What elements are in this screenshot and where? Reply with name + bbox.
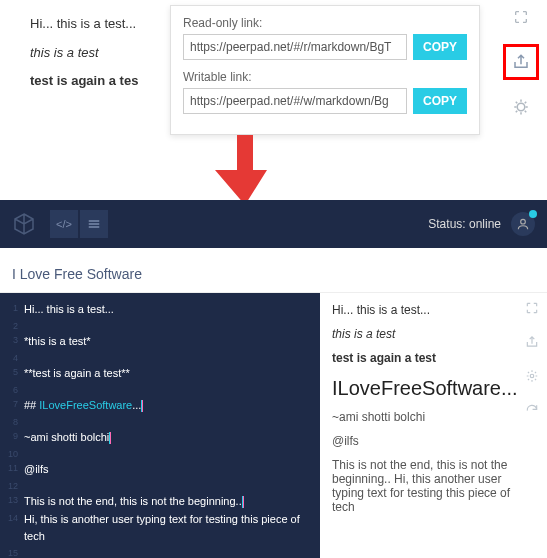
rendered-line: ~ami shotti bolchi — [332, 410, 535, 424]
status-text: Status: online — [428, 217, 501, 231]
copy-writable-button[interactable]: COPY — [413, 88, 467, 114]
writable-link-label: Writable link: — [183, 70, 467, 84]
editor-line[interactable]: 13This is not the end, this is not the b… — [0, 493, 320, 511]
rendered-heading: ILoveFreeSoftware... — [332, 377, 535, 400]
editor-line[interactable]: 7## ILoveFreeSoftware... — [0, 397, 320, 415]
editor-line[interactable]: 12 — [0, 479, 320, 493]
fullscreen-icon[interactable] — [512, 8, 530, 26]
document-title-bar: I Love Free Software — [0, 248, 547, 293]
editor-line[interactable]: 11@ilfs — [0, 461, 320, 479]
svg-point-0 — [517, 103, 525, 111]
top-side-toolbar — [503, 8, 539, 116]
svg-point-4 — [521, 219, 526, 224]
settings-icon[interactable] — [525, 369, 541, 385]
editor-line[interactable]: 4 — [0, 351, 320, 365]
split-view-tab[interactable] — [80, 210, 108, 238]
share-popup: Read-only link: COPY Writable link: COPY — [170, 5, 480, 135]
workspace: 1Hi... this is a test...23*this is a tes… — [0, 293, 547, 558]
app-header: </> Status: online — [0, 200, 547, 248]
share-icon[interactable] — [512, 53, 530, 71]
copy-readonly-button[interactable]: COPY — [413, 34, 467, 60]
rendered-preview: Hi... this is a test... this is a test t… — [320, 293, 547, 558]
svg-point-5 — [530, 374, 534, 378]
arrow-down-icon — [215, 135, 275, 205]
editor-line[interactable]: 1Hi... this is a test... — [0, 301, 320, 319]
markdown-editor[interactable]: 1Hi... this is a test...23*this is a tes… — [0, 293, 320, 558]
writable-link-input[interactable] — [183, 88, 407, 114]
preview-toolbar — [525, 301, 541, 419]
app-logo-icon — [12, 212, 36, 236]
editor-line[interactable]: 2 — [0, 319, 320, 333]
rendered-line: this is a test — [332, 327, 535, 341]
svg-rect-3 — [89, 226, 100, 228]
rendered-line: test is again a test — [332, 351, 535, 365]
svg-rect-1 — [89, 220, 100, 222]
editor-line[interactable]: 3*this is a test* — [0, 333, 320, 351]
user-avatar[interactable] — [511, 212, 535, 236]
share-button-highlight — [503, 44, 539, 80]
editor-line[interactable]: 5**test is again a test** — [0, 365, 320, 383]
editor-line[interactable]: 8 — [0, 415, 320, 429]
code-view-tab[interactable]: </> — [50, 210, 78, 238]
refresh-icon[interactable] — [525, 403, 541, 419]
document-title: I Love Free Software — [12, 266, 535, 282]
rendered-line: This is not the end, this is not the beg… — [332, 458, 535, 514]
readonly-link-input[interactable] — [183, 34, 407, 60]
svg-rect-2 — [89, 223, 100, 225]
editor-line[interactable]: 9~ami shotti bolchi — [0, 429, 320, 447]
rendered-line: Hi... this is a test... — [332, 303, 535, 317]
readonly-link-label: Read-only link: — [183, 16, 467, 30]
rendered-line: @ilfs — [332, 434, 535, 448]
view-mode-tabs: </> — [50, 210, 108, 238]
fullscreen-icon[interactable] — [525, 301, 541, 317]
editor-line[interactable]: 15 — [0, 546, 320, 558]
top-preview-panel: Hi... this is a test... this is a test t… — [0, 0, 547, 200]
editor-line[interactable]: 6 — [0, 383, 320, 397]
share-icon[interactable] — [525, 335, 541, 351]
editor-line[interactable]: 14Hi, this is another user typing text f… — [0, 511, 320, 546]
bug-icon[interactable] — [512, 98, 530, 116]
editor-line[interactable]: 10 — [0, 447, 320, 461]
